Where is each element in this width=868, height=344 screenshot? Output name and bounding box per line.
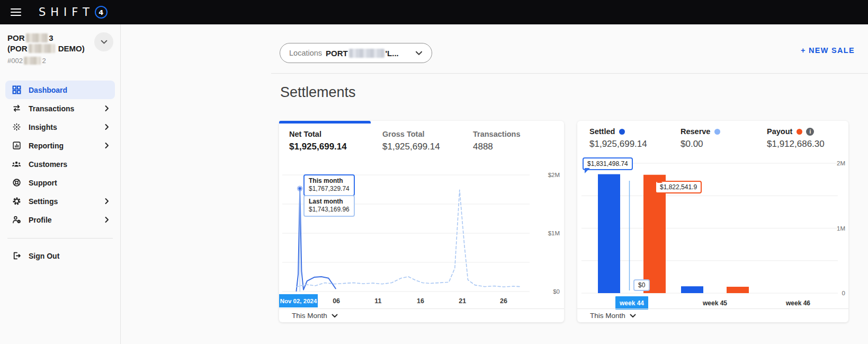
chevron-right-icon	[105, 198, 109, 205]
sidebar-item-label: Transactions	[29, 104, 74, 113]
sidebar-item-label: Sign Out	[29, 252, 59, 260]
locations-value: PORTxxxxxxxx'L...	[326, 49, 399, 58]
tooltip-settled-week44: $1,831,498.74	[583, 157, 633, 170]
sidebar-item-label: Insights	[29, 123, 57, 131]
period-selector-this-month[interactable]: This Month	[577, 308, 848, 322]
svg-text:week 44: week 44	[619, 299, 644, 307]
svg-text:1M: 1M	[837, 225, 845, 232]
sidebar-item-reporting[interactable]: Reporting	[5, 136, 115, 155]
svg-text:week 45: week 45	[702, 299, 727, 307]
payout-bar-chart[interactable]: 01M2Mweek 44week 45week 46	[577, 157, 848, 311]
support-lifering-icon	[11, 178, 22, 187]
locations-label: Locations	[289, 49, 322, 57]
stat-payout: Payouti $1,912,686.30	[767, 127, 825, 149]
hamburger-menu-icon[interactable]	[11, 6, 21, 18]
top-app-bar: SHIFT 4	[0, 0, 868, 24]
stat-net-total: Net Total $1,925,699.14	[289, 130, 382, 152]
svg-text:Nov 02, 2024: Nov 02, 2024	[280, 298, 317, 304]
sidebar-item-sign-out[interactable]: Sign Out	[5, 246, 115, 265]
dashboard-grid-icon	[11, 85, 22, 94]
redacted-text: xxxxx	[24, 57, 41, 65]
svg-text:26: 26	[500, 297, 507, 305]
sidebar-item-label: Settings	[29, 197, 58, 206]
tooltip-last-month: Last month $1,743,169.96	[303, 195, 355, 217]
chevron-right-icon	[105, 124, 109, 130]
main-content: Locations PORTxxxxxxxx'L... + NEW SALE S…	[121, 24, 868, 344]
reporting-chart-icon	[11, 141, 22, 150]
svg-text:week 46: week 46	[785, 299, 810, 307]
sidebar-item-label: Support	[29, 179, 57, 187]
svg-text:21: 21	[459, 297, 466, 305]
sidebar-nav: Dashboard Transactions Insights Reportin…	[0, 81, 120, 265]
tooltip-reserve-week44: $0	[633, 279, 650, 291]
svg-text:$0: $0	[553, 288, 560, 295]
period-selector-this-month[interactable]: This Month	[279, 308, 564, 322]
settled-legend-dot	[619, 129, 625, 135]
payout-summary-card: Settled $1,925,699.14 Reserve $0.00 Payo…	[577, 121, 848, 322]
account-switcher-button[interactable]	[94, 32, 113, 51]
stat-gross-total: Gross Total $1,925,699.14	[382, 130, 473, 152]
sidebar-item-customers[interactable]: Customers	[5, 155, 115, 173]
sidebar: PORxxxxx3 (PORxxxxxx DEMO) #002xxxxx2 Da…	[0, 24, 121, 344]
account-block: PORxxxxx3 (PORxxxxxx DEMO) #002xxxxx2	[0, 24, 120, 65]
svg-text:$1M: $1M	[548, 230, 560, 236]
chevron-right-icon	[105, 105, 109, 112]
customers-people-icon	[11, 160, 22, 169]
svg-text:11: 11	[374, 297, 381, 305]
shift4-logo: SHIFT 4	[39, 6, 108, 19]
tooltip-payout-week44: $1,822,541.9	[655, 181, 702, 193]
redacted-text: xxxxx	[26, 33, 48, 42]
chevron-down-icon	[101, 40, 108, 45]
svg-text:$2M: $2M	[548, 172, 560, 178]
sidebar-item-label: Reporting	[29, 142, 64, 150]
sidebar-item-transactions[interactable]: Transactions	[5, 99, 115, 118]
insights-spark-icon	[11, 122, 22, 131]
payout-bar-chart-area[interactable]: 01M2Mweek 44week 45week 46	[577, 157, 848, 311]
sign-out-icon	[11, 251, 22, 260]
sidebar-item-profile[interactable]: Profile	[5, 210, 115, 229]
sidebar-item-label: Customers	[29, 160, 67, 169]
settings-gear-icon	[11, 197, 22, 206]
svg-text:16: 16	[417, 297, 424, 305]
chevron-right-icon	[105, 142, 109, 149]
stat-reserve: Reserve $0.00	[681, 127, 767, 149]
header-divider	[271, 73, 868, 74]
svg-text:2M: 2M	[837, 160, 845, 166]
sidebar-item-insights[interactable]: Insights	[5, 118, 115, 136]
brand-badge-4: 4	[95, 6, 108, 19]
locations-filter-dropdown[interactable]: Locations PORTxxxxxxxx'L...	[280, 43, 432, 63]
svg-text:06: 06	[333, 297, 340, 305]
chevron-right-icon	[105, 216, 109, 223]
page-title: Settlements	[280, 84, 356, 101]
account-name-line2: (PORxxxxxx DEMO)	[7, 43, 93, 54]
account-id: #002xxxxx2	[7, 57, 93, 65]
redacted-text: xxxxxxxx	[349, 49, 384, 58]
sidebar-item-label: Dashboard	[29, 86, 67, 94]
account-name-line1: PORxxxxx3	[7, 33, 93, 43]
chevron-down-icon	[415, 51, 423, 56]
settlements-stats-row: Net Total $1,925,699.14 Gross Total $1,9…	[279, 121, 564, 152]
profile-person-gear-icon	[11, 215, 22, 224]
payout-stats-row: Settled $1,925,699.14 Reserve $0.00 Payo…	[577, 121, 848, 149]
sidebar-item-label: Profile	[29, 216, 52, 224]
chevron-down-icon	[630, 314, 636, 318]
brand-text: SHIFT	[39, 6, 94, 19]
tooltip-this-month: This month $1,767,329.74	[303, 174, 355, 196]
chevron-down-icon	[332, 314, 338, 318]
stat-transactions: Transactions 4888	[473, 130, 520, 152]
stat-settled: Settled $1,925,699.14	[589, 127, 681, 149]
payout-legend-dot	[797, 129, 802, 135]
transactions-arrows-icon	[11, 104, 22, 113]
redacted-text: xxxxxx	[29, 44, 55, 53]
sidebar-item-dashboard[interactable]: Dashboard	[5, 81, 115, 99]
settlements-summary-card: Net Total $1,925,699.14 Gross Total $1,9…	[279, 121, 564, 322]
sidebar-item-support[interactable]: Support	[5, 173, 115, 192]
svg-text:0: 0	[842, 290, 845, 296]
reserve-legend-dot	[714, 129, 720, 135]
payout-info-icon[interactable]: i	[806, 128, 814, 136]
new-sale-button[interactable]: + NEW SALE	[801, 46, 855, 55]
sidebar-divider	[7, 238, 113, 239]
sidebar-item-settings[interactable]: Settings	[5, 192, 115, 210]
